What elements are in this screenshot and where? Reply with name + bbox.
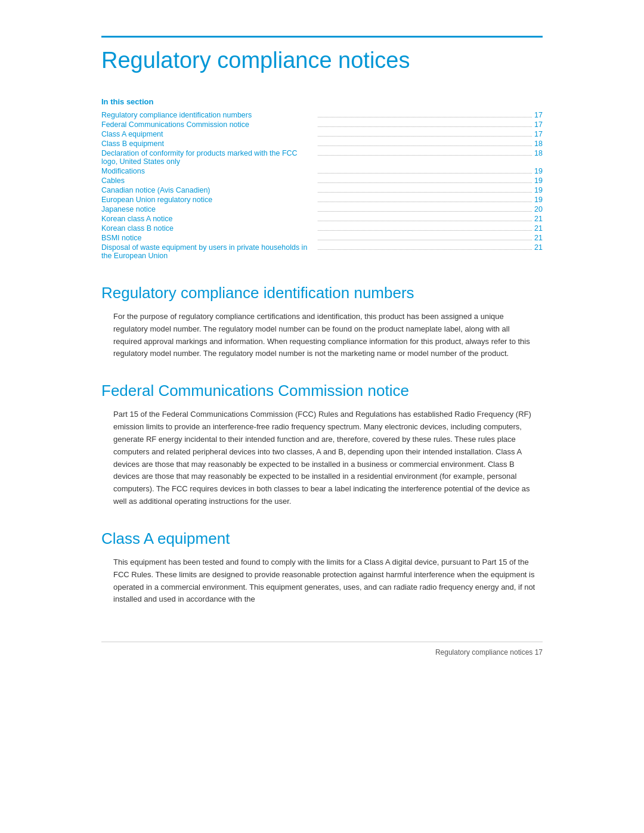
toc-container: In this section Regulatory compliance id… [101, 97, 543, 260]
section-body-fcc-notice: Part 15 of the Federal Communications Co… [101, 408, 543, 507]
toc-item: Cables19 [101, 176, 543, 185]
toc-dots [318, 136, 532, 137]
toc-link[interactable]: Regulatory compliance identification num… [101, 111, 315, 119]
toc-page-number: 20 [534, 205, 543, 213]
toc-dots [318, 182, 532, 183]
toc-dots [318, 202, 532, 202]
toc-item: Korean class A notice21 [101, 215, 543, 223]
section-heading-class-a-equipment: Class A equipment [101, 529, 543, 548]
page-container: Regulatory compliance notices In this se… [54, 0, 590, 704]
toc-item: Disposal of waste equipment by users in … [101, 243, 543, 260]
toc-page-number: 19 [534, 167, 543, 175]
toc-dots [318, 145, 532, 146]
toc-page-number: 21 [534, 243, 543, 252]
toc-page-number: 21 [534, 224, 543, 233]
toc-item: Federal Communications Commission notice… [101, 120, 543, 129]
toc-dots [318, 173, 532, 174]
toc-page-number: 19 [534, 196, 543, 204]
section-body-reg-compliance-id: For the purpose of regulatory compliance… [101, 311, 543, 360]
toc-link[interactable]: Cables [101, 176, 315, 185]
toc-item: Regulatory compliance identification num… [101, 111, 543, 119]
section-heading-fcc-notice: Federal Communications Commission notice [101, 382, 543, 400]
toc-link[interactable]: Japanese notice [101, 205, 315, 213]
toc-link[interactable]: Class B equipment [101, 140, 315, 148]
toc-item: Japanese notice20 [101, 205, 543, 213]
toc-dots [318, 230, 532, 231]
toc-item: Class A equipment17 [101, 130, 543, 138]
footer-text: Regulatory compliance notices 17 [435, 648, 543, 657]
toc-dots [318, 117, 532, 117]
toc-dots [318, 126, 532, 127]
toc-link[interactable]: Disposal of waste equipment by users in … [101, 243, 315, 260]
toc-page-number: 17 [534, 130, 543, 138]
toc-page-number: 19 [534, 176, 543, 185]
toc-link[interactable]: Declaration of conformity for products m… [101, 149, 315, 166]
toc-list: Regulatory compliance identification num… [101, 111, 543, 260]
toc-item: Modifications19 [101, 167, 543, 175]
toc-link[interactable]: Class A equipment [101, 130, 315, 138]
toc-page-number: 19 [534, 186, 543, 194]
toc-item: Korean class B notice21 [101, 224, 543, 233]
toc-dots [318, 221, 532, 221]
toc-link[interactable]: Canadian notice (Avis Canadien) [101, 186, 315, 194]
toc-dots [318, 211, 532, 212]
toc-item: European Union regulatory notice19 [101, 196, 543, 204]
toc-page-number: 17 [534, 111, 543, 119]
toc-page-number: 17 [534, 120, 543, 129]
sections-container: Regulatory compliance identification num… [101, 284, 543, 606]
section-heading-reg-compliance-id: Regulatory compliance identification num… [101, 284, 543, 302]
toc-page-number: 21 [534, 215, 543, 223]
toc-item: Class B equipment18 [101, 140, 543, 148]
toc-page-number: 18 [534, 140, 543, 148]
toc-item: Declaration of conformity for products m… [101, 149, 543, 166]
section-body-class-a-equipment: This equipment has been tested and found… [101, 556, 543, 606]
toc-item: BSMI notice21 [101, 234, 543, 242]
toc-dots [318, 240, 532, 240]
toc-item: Canadian notice (Avis Canadien)19 [101, 186, 543, 194]
in-this-section-label: In this section [101, 97, 543, 106]
toc-page-number: 18 [534, 149, 543, 157]
toc-link[interactable]: BSMI notice [101, 234, 315, 242]
page-footer: Regulatory compliance notices 17 [101, 642, 543, 657]
toc-link[interactable]: Federal Communications Commission notice [101, 120, 315, 129]
toc-link[interactable]: Modifications [101, 167, 315, 175]
page-title: Regulatory compliance notices [101, 48, 543, 73]
toc-link[interactable]: European Union regulatory notice [101, 196, 315, 204]
toc-link[interactable]: Korean class A notice [101, 215, 315, 223]
toc-dots [318, 155, 532, 156]
toc-page-number: 21 [534, 234, 543, 242]
header-rule [101, 36, 543, 38]
toc-dots [318, 192, 532, 193]
toc-link[interactable]: Korean class B notice [101, 224, 315, 233]
toc-dots [318, 249, 532, 250]
